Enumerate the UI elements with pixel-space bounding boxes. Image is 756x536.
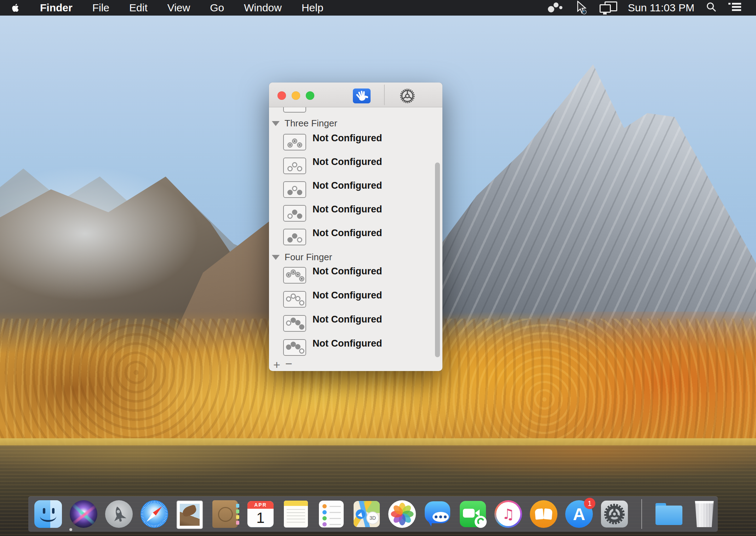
gesture-action-label[interactable]: Not Configured	[313, 338, 382, 349]
dock-item-folder[interactable]	[655, 500, 683, 528]
menu-item-finder[interactable]: Finder	[40, 2, 73, 14]
gesture-icon[interactable]	[283, 181, 306, 198]
add-gesture-button[interactable]: +	[273, 359, 280, 370]
gesture-action-label[interactable]: Not Configured	[313, 228, 382, 239]
gesture-action-label[interactable]: Not Configured	[313, 133, 382, 144]
maps-3d-label: 3D	[366, 512, 379, 524]
gear-icon	[399, 88, 416, 104]
gesture-icon[interactable]	[283, 267, 306, 284]
section-header-four-finger[interactable]: Four Finger	[272, 252, 332, 263]
dock-item-app-store[interactable]: A 1	[565, 500, 593, 528]
launchpad-rocket-icon	[105, 500, 133, 528]
dock-item-books[interactable]	[529, 500, 558, 528]
finder-running-indicator	[69, 528, 72, 531]
dock-item-itunes[interactable]: ♫	[494, 500, 522, 528]
maps-icon: 3D	[354, 501, 380, 527]
gesture-icon[interactable]	[283, 205, 306, 222]
calendar-day-label: 1	[247, 509, 274, 527]
books-icon	[530, 500, 557, 528]
dock-item-calendar[interactable]: APR 1	[246, 500, 275, 528]
safari-compass-icon	[141, 500, 168, 528]
zoom-button[interactable]	[306, 91, 314, 100]
dock-separator	[641, 499, 642, 529]
section-header-three-finger[interactable]: Three Finger	[272, 118, 337, 129]
dock-item-reminders[interactable]	[317, 500, 345, 528]
gesture-action-label[interactable]: Not Configured	[313, 180, 382, 191]
menu-item-window[interactable]: Window	[244, 2, 282, 14]
dock-item-maps[interactable]: 3D	[353, 500, 381, 528]
notification-center-icon[interactable]	[728, 2, 741, 14]
menu-item-help[interactable]: Help	[302, 2, 323, 14]
gesture-action-label[interactable]: Not Configured	[313, 156, 382, 167]
close-button[interactable]	[277, 91, 286, 100]
dock-item-mail[interactable]	[176, 500, 204, 528]
section-label: Four Finger	[285, 252, 332, 263]
dock-item-messages[interactable]	[423, 500, 452, 528]
gesture-icon[interactable]	[283, 339, 306, 356]
dock-item-facetime[interactable]	[459, 500, 487, 528]
menu-item-view[interactable]: View	[167, 2, 190, 14]
scrollbar-thumb[interactable]	[435, 162, 440, 357]
dock-item-photos[interactable]	[388, 500, 416, 528]
dock-item-finder[interactable]	[34, 500, 62, 528]
remove-gesture-button[interactable]: −	[285, 358, 292, 369]
dock-item-notes[interactable]	[282, 500, 310, 528]
dock: APR 1 3D	[28, 496, 718, 532]
menu-bar: Finder File Edit View Go Window Help Sun…	[0, 0, 756, 16]
gesture-list: Three Finger Not Configured Not Configur…	[269, 107, 442, 371]
gesture-icon[interactable]	[283, 134, 306, 150]
messages-bubble-icon	[424, 501, 451, 528]
gesture-icon-partial[interactable]	[283, 107, 306, 113]
dock-item-system-preferences[interactable]	[600, 500, 629, 528]
gesture-icon[interactable]	[283, 291, 306, 308]
gesture-icon[interactable]	[283, 315, 306, 332]
gesture-icon[interactable]	[283, 158, 306, 174]
dock-item-trash[interactable]	[690, 500, 718, 528]
finder-icon	[34, 500, 62, 528]
gesture-icon[interactable]	[283, 229, 306, 245]
gesture-action-label[interactable]: Not Configured	[313, 290, 382, 301]
trackpad-hand-icon	[355, 90, 368, 102]
notification-badge: 1	[584, 498, 595, 509]
calendar-icon: APR 1	[247, 501, 274, 527]
facetime-camera-icon	[460, 501, 486, 527]
notes-icon	[284, 501, 308, 528]
gesture-dots-icon[interactable]	[548, 2, 564, 14]
settings-tab-button[interactable]	[399, 88, 416, 104]
dock-item-launchpad[interactable]	[105, 500, 133, 528]
dock-item-siri[interactable]	[69, 500, 98, 528]
menu-item-edit[interactable]: Edit	[129, 2, 148, 14]
minimize-button[interactable]	[292, 91, 300, 100]
gesture-action-label[interactable]: Not Configured	[313, 314, 382, 325]
toolbar-separator	[384, 85, 385, 105]
disclosure-triangle-icon[interactable]	[272, 121, 280, 126]
reminders-icon	[319, 501, 344, 528]
dock-item-contacts[interactable]	[211, 500, 239, 528]
trash-icon	[694, 501, 715, 527]
system-preferences-gear-icon	[601, 501, 628, 528]
siri-icon	[70, 500, 97, 528]
calendar-month-label: APR	[247, 501, 274, 509]
section-label: Three Finger	[285, 118, 337, 129]
itunes-note-icon: ♫	[494, 500, 522, 528]
menu-item-go[interactable]: Go	[210, 2, 224, 14]
pointer-icon	[575, 1, 588, 15]
spotlight-search-icon[interactable]	[706, 1, 717, 14]
mail-stamp-icon	[177, 501, 202, 528]
display-mirroring-icon[interactable]	[600, 1, 617, 14]
window-titlebar[interactable]	[269, 82, 442, 107]
gesture-action-label[interactable]: Not Configured	[313, 266, 382, 277]
gesture-action-label[interactable]: Not Configured	[313, 204, 382, 215]
music-note-glyph: ♫	[502, 506, 515, 522]
photos-flower-icon	[388, 500, 416, 528]
dock-item-safari[interactable]	[140, 500, 168, 528]
gesture-config-window: Three Finger Not Configured Not Configur…	[269, 82, 442, 371]
trackpad-tab-button[interactable]	[353, 89, 371, 103]
apple-menu[interactable]	[11, 2, 20, 13]
contacts-book-icon	[212, 500, 238, 528]
wallpaper-fog	[0, 166, 198, 301]
menu-item-file[interactable]: File	[92, 2, 109, 14]
menu-bar-clock[interactable]: Sun 11:03 PM	[628, 2, 694, 14]
disclosure-triangle-icon[interactable]	[272, 255, 280, 260]
folder-icon	[655, 503, 682, 525]
